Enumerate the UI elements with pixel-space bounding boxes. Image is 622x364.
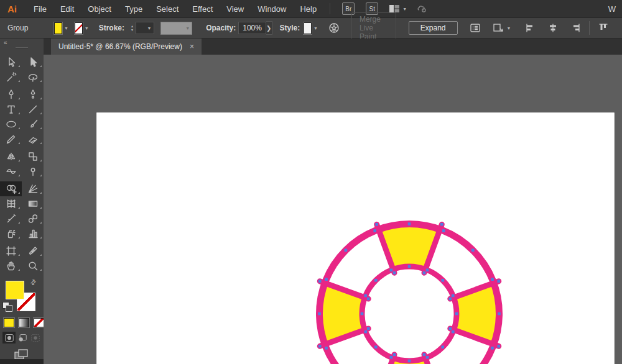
anchor-point[interactable] — [448, 298, 452, 301]
tool-lasso[interactable] — [22, 70, 44, 84]
none-button[interactable] — [34, 318, 44, 327]
canvas-area[interactable] — [44, 55, 622, 364]
tool-eyedropper[interactable] — [0, 211, 22, 226]
anchor-point[interactable] — [374, 279, 378, 282]
align-right-icon[interactable] — [569, 22, 582, 34]
tool-pen[interactable] — [0, 87, 22, 102]
tool-hand[interactable] — [0, 258, 22, 273]
document-tab[interactable]: Untitled-5* @ 66.67% (RGB/Preview) × — [51, 39, 202, 55]
swap-fill-stroke-icon[interactable]: ⇄ — [29, 278, 39, 288]
align-top-icon[interactable] — [597, 22, 610, 34]
opacity-panel-arrow[interactable]: ❯ — [266, 21, 272, 35]
anchor-point[interactable] — [393, 271, 396, 275]
tool-gradient[interactable] — [22, 196, 44, 211]
tool-blend[interactable] — [22, 211, 44, 226]
tool-column-graph[interactable] — [22, 226, 44, 241]
anchor-point[interactable] — [440, 223, 443, 226]
expand-button[interactable]: Expand — [409, 21, 458, 35]
anchor-point[interactable] — [325, 347, 328, 350]
tool-shaper[interactable] — [0, 132, 22, 147]
anchor-point[interactable] — [491, 278, 494, 281]
anchor-point[interactable] — [441, 279, 444, 282]
tool-type[interactable] — [0, 102, 22, 117]
anchor-point[interactable] — [318, 312, 321, 316]
fill-indicator[interactable] — [6, 281, 24, 299]
tool-reflect[interactable] — [0, 149, 22, 164]
options-panel-icon[interactable] — [469, 22, 481, 34]
anchor-point[interactable] — [393, 353, 396, 356]
anchor-point[interactable] — [441, 345, 444, 348]
tool-shape-builder[interactable] — [0, 181, 22, 196]
align-left-icon[interactable] — [524, 22, 537, 34]
gradient-button[interactable] — [19, 318, 29, 327]
tool-symbol-sprayer[interactable] — [0, 226, 22, 241]
menu-effect[interactable]: Effect — [185, 0, 220, 18]
anchor-point[interactable] — [364, 294, 367, 298]
anchor-point[interactable] — [455, 312, 458, 316]
stroke-color-swatch[interactable] — [75, 22, 83, 34]
tool-ellipse[interactable] — [0, 117, 22, 132]
anchor-point[interactable] — [390, 268, 393, 271]
anchor-point[interactable] — [408, 265, 411, 268]
tool-width[interactable] — [0, 164, 22, 179]
menu-edit[interactable]: Edit — [53, 0, 81, 18]
collapse-panel-icon[interactable]: « — [4, 39, 8, 46]
anchor-point[interactable] — [408, 222, 411, 225]
tool-artboard[interactable] — [0, 243, 22, 258]
chevron-down-icon[interactable]: ▼ — [313, 26, 318, 30]
tool-zoom[interactable] — [22, 258, 44, 273]
artwork-lifebuoy[interactable] — [307, 211, 512, 364]
menu-help[interactable]: Help — [293, 0, 323, 18]
anchor-point[interactable] — [367, 327, 370, 330]
tool-mesh[interactable] — [0, 196, 22, 211]
color-button[interactable] — [4, 318, 14, 327]
menu-window[interactable]: Window — [251, 0, 293, 18]
menu-file[interactable]: File — [27, 0, 53, 18]
anchor-point[interactable] — [452, 294, 455, 298]
anchor-point[interactable] — [361, 312, 364, 316]
anchor-point[interactable] — [498, 312, 501, 316]
brush-definition-dropdown[interactable]: ▼ — [160, 22, 192, 35]
stroke-weight-stepper[interactable]: ▲▼ — [131, 24, 134, 32]
anchor-point[interactable] — [373, 229, 376, 232]
draw-inside-button[interactable] — [29, 332, 42, 344]
fill-color-swatch[interactable] — [54, 22, 62, 34]
isolate-artboard-icon[interactable]: ▼ — [491, 22, 511, 34]
tool-puppet-warp[interactable] — [22, 164, 44, 179]
close-icon[interactable]: × — [190, 43, 194, 50]
tool-slice[interactable] — [22, 243, 44, 258]
anchor-point[interactable] — [423, 271, 426, 275]
menu-object[interactable]: Object — [81, 0, 118, 18]
tool-paintbrush[interactable] — [22, 117, 44, 132]
draw-behind-button[interactable] — [16, 332, 29, 344]
anchor-point[interactable] — [448, 327, 452, 330]
menu-view[interactable]: View — [220, 0, 251, 18]
stroke-weight-dropdown[interactable]: ▼ — [136, 22, 154, 34]
anchor-point[interactable] — [442, 229, 445, 232]
anchor-point[interactable] — [408, 360, 411, 363]
draw-normal-button[interactable] — [2, 332, 16, 344]
tool-scale[interactable] — [22, 149, 44, 164]
anchor-point[interactable] — [390, 356, 393, 359]
anchor-point[interactable] — [497, 345, 500, 348]
artboard[interactable] — [96, 112, 615, 364]
anchor-point[interactable] — [491, 347, 494, 350]
tool-magic-wand[interactable] — [0, 70, 22, 84]
anchor-point[interactable] — [318, 345, 322, 348]
menu-select[interactable]: Select — [149, 0, 185, 18]
panel-grip[interactable] — [16, 47, 28, 48]
anchor-point[interactable] — [318, 280, 322, 283]
anchor-point[interactable] — [375, 223, 378, 226]
graphic-style-swatch[interactable] — [304, 22, 312, 34]
tool-direct-selection[interactable] — [22, 55, 44, 70]
anchor-point[interactable] — [345, 249, 348, 252]
menu-type[interactable]: Type — [118, 0, 149, 18]
tool-eraser[interactable] — [22, 132, 44, 147]
anchor-point[interactable] — [426, 356, 429, 359]
align-center-icon[interactable] — [547, 22, 559, 34]
recolor-artwork-icon[interactable] — [328, 22, 340, 34]
anchor-point[interactable] — [367, 298, 370, 301]
anchor-point[interactable] — [452, 330, 455, 334]
anchor-point[interactable] — [364, 330, 367, 334]
tool-perspective-grid[interactable] — [22, 181, 44, 196]
